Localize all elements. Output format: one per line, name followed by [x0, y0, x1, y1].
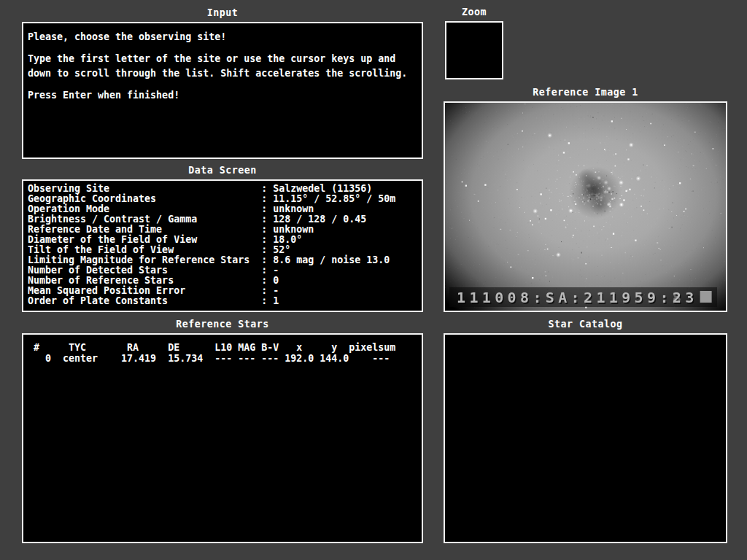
panel-reference-image: Reference Image 1: [444, 87, 727, 312]
input-console-line: Press Enter when finished!: [28, 88, 417, 103]
zoom-preview-box: [445, 21, 503, 79]
panel-input: Input Please, choose the observing site!…: [22, 7, 423, 159]
reference-image-canvas[interactable]: [445, 103, 726, 311]
table-row[interactable]: 0 center 17.419 15.734 --- --- --- 192.0…: [23, 353, 422, 364]
panel-data-screen: Data Screen Observing Site : Salzwedel (…: [22, 165, 423, 312]
panel-reference-image-title: Reference Image 1: [444, 87, 727, 101]
data-screen-box: Observing Site : Salzwedel (11356) Geogr…: [22, 179, 423, 312]
star-catalog-box: [444, 333, 727, 543]
reference-image-box: [444, 101, 727, 312]
panel-data-screen-title: Data Screen: [22, 165, 423, 179]
reference-stars-box: # TYC RA DE L10 MAG B-V x y pixelsum 0 c…: [22, 333, 423, 543]
panel-input-title: Input: [22, 7, 423, 22]
panel-zoom: Zoom: [445, 7, 503, 79]
reference-stars-column-headers: # TYC RA DE L10 MAG B-V x y pixelsum: [23, 335, 422, 353]
panel-zoom-title: Zoom: [445, 7, 503, 21]
data-screen-lines: Observing Site : Salzwedel (11356) Geogr…: [23, 181, 422, 306]
input-console-line: Please, choose the observing site!: [28, 30, 417, 44]
panel-star-catalog: Star Catalog: [444, 319, 727, 543]
panel-star-catalog-title: Star Catalog: [444, 319, 727, 333]
input-console-line: Type the first letter of the site or use…: [28, 52, 417, 81]
panel-reference-stars: Reference Stars # TYC RA DE L10 MAG B-V …: [22, 319, 423, 543]
panel-reference-stars-title: Reference Stars: [22, 319, 423, 333]
input-console-text: Please, choose the observing site!Type t…: [23, 23, 422, 117]
input-console[interactable]: Please, choose the observing site!Type t…: [22, 22, 423, 159]
reference-stars-rows: 0 center 17.419 15.734 --- --- --- 192.0…: [23, 353, 422, 364]
